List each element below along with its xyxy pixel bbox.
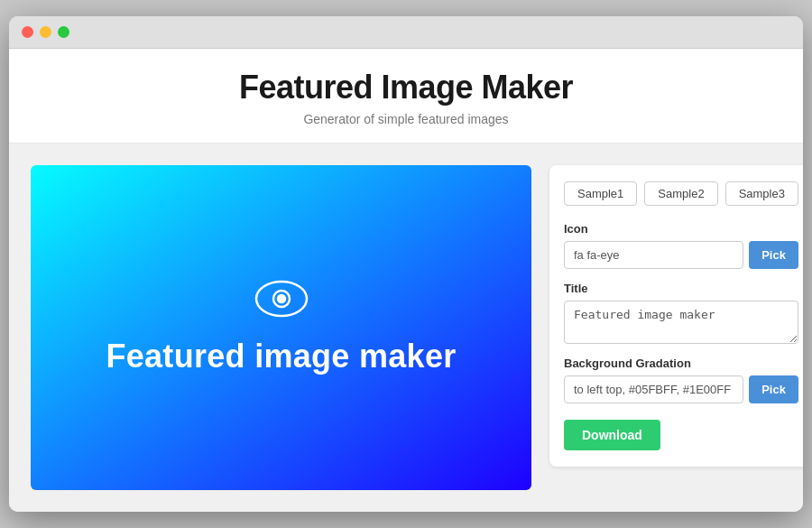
preview-icon [254,280,309,321]
preview-panel: Featured image maker [31,165,531,490]
title-field-group: Title Featured image maker [564,282,798,344]
sample-tabs: Sample1 Sample2 Sample3 [564,181,798,206]
sample-tab-3[interactable]: Sample3 [725,181,798,206]
bg-input[interactable] [564,375,743,403]
title-input[interactable]: Featured image maker [564,301,798,344]
icon-label: Icon [564,222,798,236]
close-button[interactable] [22,26,33,38]
bg-field-row: Pick [564,375,798,403]
page-title: Featured Image Maker [9,69,803,107]
app-window: Featured Image Maker Generator of simple… [9,16,803,512]
icon-field-group: Icon Pick [564,222,798,269]
bg-pick-button[interactable]: Pick [749,375,798,403]
controls-panel: Sample1 Sample2 Sample3 Icon Pick Title … [549,165,803,467]
download-button[interactable]: Download [564,420,660,450]
page-subtitle: Generator of simple featured images [9,112,803,126]
content-area: Featured image maker Sample1 Sample2 Sam… [9,144,803,512]
header: Featured Image Maker Generator of simple… [9,49,803,144]
minimize-button[interactable] [40,26,51,38]
preview-title: Featured image maker [106,338,456,375]
icon-pick-button[interactable]: Pick [749,241,798,269]
icon-field-row: Pick [564,241,798,269]
maximize-button[interactable] [58,26,69,38]
eye-icon [254,280,309,318]
bg-field-group: Background Gradation Pick [564,357,798,403]
svg-point-2 [278,295,285,302]
title-field-row: Featured image maker [564,301,798,344]
titlebar [9,16,803,49]
icon-input[interactable] [564,241,743,269]
traffic-lights [22,26,69,38]
title-label: Title [564,282,798,295]
sample-tab-1[interactable]: Sample1 [564,181,637,206]
sample-tab-2[interactable]: Sample2 [644,181,717,206]
bg-label: Background Gradation [564,357,798,370]
